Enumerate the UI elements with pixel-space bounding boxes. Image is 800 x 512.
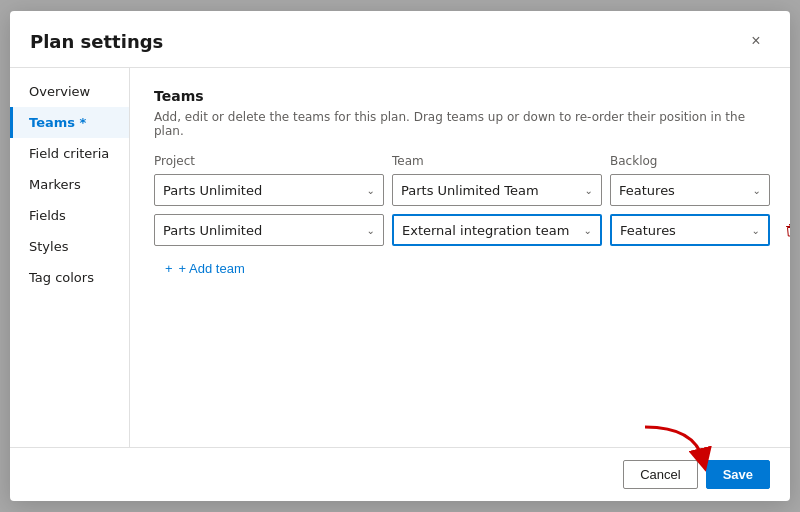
row2-delete-button[interactable] xyxy=(778,216,790,244)
cancel-button[interactable]: Cancel xyxy=(623,460,697,489)
svg-rect-1 xyxy=(786,226,790,227)
svg-rect-0 xyxy=(789,224,790,226)
table-row: Parts Unlimited ⌄ External integration t… xyxy=(154,214,766,246)
row1-team-value: Parts Unlimited Team xyxy=(401,183,581,198)
section-desc: Add, edit or delete the teams for this p… xyxy=(154,110,766,138)
col-backlog-label: Backlog xyxy=(610,154,770,168)
trash-icon xyxy=(784,222,790,238)
chevron-down-icon: ⌄ xyxy=(367,225,375,236)
chevron-down-icon: ⌄ xyxy=(367,185,375,196)
sidebar-item-fields[interactable]: Fields xyxy=(10,200,129,231)
chevron-down-icon: ⌄ xyxy=(753,185,761,196)
add-team-icon: + xyxy=(165,261,173,276)
sidebar-item-teams[interactable]: Teams * xyxy=(10,107,129,138)
row2-team-value: External integration team xyxy=(402,223,580,238)
row2-backlog-value: Features xyxy=(620,223,748,238)
row1-project-dropdown[interactable]: Parts Unlimited ⌄ xyxy=(154,174,384,206)
chevron-down-icon: ⌄ xyxy=(752,225,760,236)
table-row: Parts Unlimited ⌄ Parts Unlimited Team ⌄… xyxy=(154,174,766,206)
chevron-down-icon: ⌄ xyxy=(584,225,592,236)
row1-project-value: Parts Unlimited xyxy=(163,183,363,198)
dialog-overlay: Plan settings × Overview Teams * Field c… xyxy=(0,0,800,512)
row1-backlog-dropdown[interactable]: Features ⌄ xyxy=(610,174,770,206)
row2-project-dropdown[interactable]: Parts Unlimited ⌄ xyxy=(154,214,384,246)
save-button[interactable]: Save xyxy=(706,460,770,489)
sidebar: Overview Teams * Field criteria Markers … xyxy=(10,68,130,447)
dialog-title: Plan settings xyxy=(30,31,163,52)
section-title: Teams xyxy=(154,88,766,104)
row1-team-dropdown[interactable]: Parts Unlimited Team ⌄ xyxy=(392,174,602,206)
sidebar-item-styles[interactable]: Styles xyxy=(10,231,129,262)
chevron-down-icon: ⌄ xyxy=(585,185,593,196)
row2-backlog-dropdown[interactable]: Features ⌄ xyxy=(610,214,770,246)
dialog-header: Plan settings × xyxy=(10,11,790,68)
sidebar-item-overview[interactable]: Overview xyxy=(10,76,129,107)
col-team-label: Team xyxy=(392,154,602,168)
table-header: Project Team Backlog xyxy=(154,154,766,168)
sidebar-item-markers[interactable]: Markers xyxy=(10,169,129,200)
dialog-footer: Cancel Save xyxy=(10,447,790,501)
row2-team-dropdown[interactable]: External integration team ⌄ xyxy=(392,214,602,246)
add-team-button[interactable]: + + Add team xyxy=(154,254,256,283)
row2-project-value: Parts Unlimited xyxy=(163,223,363,238)
dialog-body: Overview Teams * Field criteria Markers … xyxy=(10,68,790,447)
close-button[interactable]: × xyxy=(742,27,770,55)
plan-settings-dialog: Plan settings × Overview Teams * Field c… xyxy=(10,11,790,501)
main-content: Teams Add, edit or delete the teams for … xyxy=(130,68,790,447)
row1-backlog-value: Features xyxy=(619,183,749,198)
col-project-label: Project xyxy=(154,154,384,168)
sidebar-item-tag-colors[interactable]: Tag colors xyxy=(10,262,129,293)
add-team-label: + Add team xyxy=(179,261,245,276)
sidebar-item-field-criteria[interactable]: Field criteria xyxy=(10,138,129,169)
